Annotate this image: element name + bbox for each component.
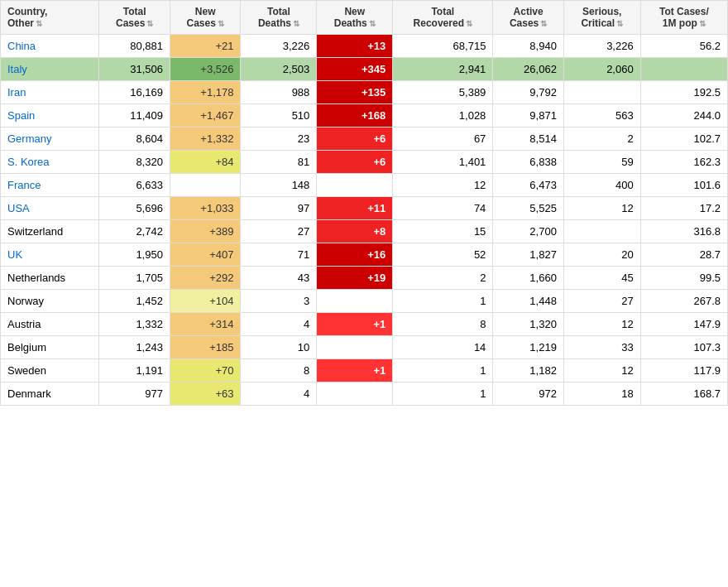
tot-per-1m-cell: 147.9 — [640, 313, 727, 336]
column-header-6[interactable]: ActiveCases ⇅ — [493, 1, 564, 35]
serious-critical-cell: 400 — [563, 174, 640, 197]
column-header-2[interactable]: NewCases ⇅ — [170, 1, 241, 35]
country-cell[interactable]: S. Korea — [1, 151, 99, 174]
active-cases-cell: 6,838 — [493, 151, 564, 174]
total-recovered-cell: 5,389 — [393, 81, 493, 104]
table-row: Denmark977+634197218168.7 — [1, 383, 728, 406]
country-link[interactable]: Germany — [7, 132, 51, 145]
column-header-4[interactable]: NewDeaths ⇅ — [317, 1, 393, 35]
total-recovered-cell: 52 — [393, 243, 493, 267]
tot-per-1m-cell: 117.9 — [640, 359, 727, 383]
country-link[interactable]: Iran — [7, 86, 26, 99]
country-link[interactable]: S. Korea — [7, 156, 50, 168]
total-deaths-cell: 97 — [241, 197, 317, 220]
column-header-1[interactable]: TotalCases ⇅ — [99, 1, 170, 35]
new-deaths-cell: +135 — [317, 81, 393, 104]
new-deaths-cell: +6 — [317, 128, 393, 151]
column-header-7[interactable]: Serious,Critical ⇅ — [563, 1, 640, 35]
serious-critical-cell: 59 — [563, 151, 640, 174]
serious-critical-cell: 2,060 — [563, 58, 640, 81]
serious-critical-cell: 18 — [563, 383, 640, 406]
new-deaths-cell: +16 — [317, 243, 393, 267]
table-row: Switzerland2,742+38927+8152,700316.8 — [1, 220, 728, 243]
sort-icon[interactable]: ⇅ — [293, 19, 299, 28]
table-row: USA5,696+1,03397+11745,5251217.2 — [1, 197, 728, 220]
tot-per-1m-cell: 162.3 — [640, 151, 727, 174]
total-recovered-cell: 1,028 — [393, 104, 493, 128]
total-cases-cell: 31,506 — [99, 58, 170, 81]
sort-icon[interactable]: ⇅ — [466, 19, 472, 28]
new-cases-cell: +3,526 — [170, 58, 241, 81]
new-cases-cell: +1,033 — [170, 197, 241, 220]
table-row: Spain11,409+1,467510+1681,0289,871563244… — [1, 104, 728, 128]
active-cases-cell: 1,320 — [493, 313, 564, 336]
tot-per-1m-cell: 99.5 — [640, 267, 727, 290]
column-header-3[interactable]: TotalDeaths ⇅ — [241, 1, 317, 35]
country-cell[interactable]: UK — [1, 243, 99, 267]
total-deaths-cell: 3,226 — [241, 35, 317, 58]
new-deaths-cell — [317, 174, 393, 197]
sort-icon[interactable]: ⇅ — [218, 19, 224, 28]
country-cell[interactable]: China — [1, 35, 99, 58]
new-cases-cell: +292 — [170, 267, 241, 290]
new-cases-cell: +1,178 — [170, 81, 241, 104]
country-cell[interactable]: Iran — [1, 81, 99, 104]
sort-icon[interactable]: ⇅ — [146, 19, 153, 28]
country-cell[interactable]: Germany — [1, 128, 99, 151]
sort-icon[interactable]: ⇅ — [36, 19, 42, 28]
total-recovered-cell: 15 — [393, 220, 493, 243]
total-recovered-cell: 1,401 — [393, 151, 493, 174]
country-link[interactable]: UK — [7, 248, 22, 261]
table-row: Germany8,604+1,33223+6678,5142102.7 — [1, 128, 728, 151]
country-link[interactable]: France — [7, 179, 41, 191]
sort-icon[interactable]: ⇅ — [616, 19, 623, 28]
total-cases-cell: 2,742 — [99, 220, 170, 243]
country-cell[interactable]: Spain — [1, 104, 99, 128]
new-cases-cell: +104 — [170, 290, 241, 313]
total-recovered-cell: 68,715 — [393, 35, 493, 58]
tot-per-1m-cell — [640, 58, 727, 81]
total-deaths-cell: 510 — [241, 104, 317, 128]
new-deaths-cell: +168 — [317, 104, 393, 128]
total-cases-cell: 8,320 — [99, 151, 170, 174]
new-cases-cell: +1,467 — [170, 104, 241, 128]
country-link[interactable]: China — [7, 40, 36, 52]
sort-icon[interactable]: ⇅ — [540, 19, 547, 28]
country-cell: Switzerland — [1, 220, 99, 243]
total-cases-cell: 1,191 — [99, 359, 170, 383]
new-deaths-cell: +345 — [317, 58, 393, 81]
country-link[interactable]: USA — [7, 202, 30, 214]
total-cases-cell: 6,633 — [99, 174, 170, 197]
sort-icon[interactable]: ⇅ — [699, 19, 706, 28]
new-cases-cell: +389 — [170, 220, 241, 243]
active-cases-cell: 1,660 — [493, 267, 564, 290]
new-cases-cell: +1,332 — [170, 128, 241, 151]
column-header-5[interactable]: TotalRecovered ⇅ — [393, 1, 493, 35]
tot-per-1m-cell: 107.3 — [640, 336, 727, 359]
active-cases-cell: 6,473 — [493, 174, 564, 197]
total-recovered-cell: 14 — [393, 336, 493, 359]
total-recovered-cell: 1 — [393, 383, 493, 406]
column-header-0[interactable]: Country,Other ⇅ — [1, 1, 99, 35]
serious-critical-cell: 2 — [563, 128, 640, 151]
tot-per-1m-cell: 28.7 — [640, 243, 727, 267]
total-recovered-cell: 2 — [393, 267, 493, 290]
country-link[interactable]: Spain — [7, 109, 35, 122]
country-cell[interactable]: USA — [1, 197, 99, 220]
active-cases-cell: 1,219 — [493, 336, 564, 359]
total-recovered-cell: 67 — [393, 128, 493, 151]
total-deaths-cell: 71 — [241, 243, 317, 267]
country-cell[interactable]: France — [1, 174, 99, 197]
active-cases-cell: 972 — [493, 383, 564, 406]
new-deaths-cell — [317, 336, 393, 359]
total-cases-cell: 977 — [99, 383, 170, 406]
total-recovered-cell: 2,941 — [393, 58, 493, 81]
tot-per-1m-cell: 244.0 — [640, 104, 727, 128]
sort-icon[interactable]: ⇅ — [369, 19, 376, 28]
country-link[interactable]: Italy — [7, 63, 27, 75]
new-cases-cell: +314 — [170, 313, 241, 336]
country-cell: Denmark — [1, 383, 99, 406]
country-cell[interactable]: Italy — [1, 58, 99, 81]
active-cases-cell: 1,827 — [493, 243, 564, 267]
column-header-8[interactable]: Tot Cases/1M pop ⇅ — [640, 1, 727, 35]
